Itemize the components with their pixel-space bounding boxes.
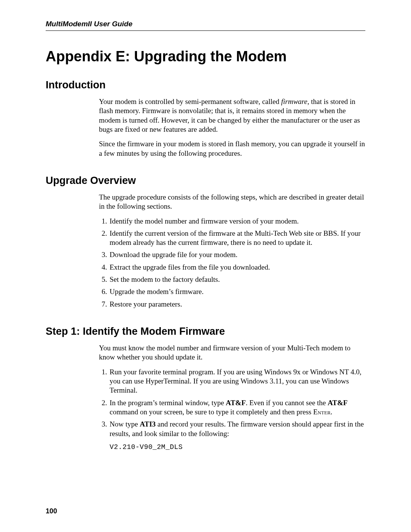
section-heading-introduction: Introduction <box>46 79 365 91</box>
list-item: Identify the model number and firmware v… <box>109 217 365 226</box>
overview-steps-list: Identify the model number and firmware v… <box>99 217 365 309</box>
text-run: Your modem is controlled by semi-permane… <box>99 97 281 105</box>
intro-paragraph-2: Since the firmware in your modem is stor… <box>99 139 365 158</box>
list-item: Set the modem to the factory defaults. <box>109 275 365 284</box>
step1-paragraph-1: You must know the model number and firmw… <box>99 343 365 362</box>
list-item: In the program’s terminal window, type A… <box>109 398 365 417</box>
text-run: command on your screen, be sure to type … <box>110 408 313 416</box>
list-item: Upgrade the modem’s firmware. <box>109 287 365 296</box>
list-item: Identify the current version of the firm… <box>109 229 365 248</box>
command-text: AT&F <box>226 399 245 407</box>
text-run: . <box>331 408 333 416</box>
list-item: Download the upgrade file for your modem… <box>109 250 365 259</box>
list-item: Extract the upgrade files from the file … <box>109 263 365 272</box>
italic-term-firmware: firmware <box>281 97 307 105</box>
command-text: ATI3 <box>140 420 156 428</box>
list-item: Now type ATI3 and record your results. T… <box>109 420 365 452</box>
page-title: Appendix E: Upgrading the Modem <box>46 48 365 65</box>
list-item: Restore your parameters. <box>109 300 365 309</box>
intro-paragraph-1: Your modem is controlled by semi-permane… <box>99 97 365 134</box>
text-run: In the program’s terminal window, type <box>110 399 226 407</box>
section-heading-overview: Upgrade Overview <box>46 175 365 187</box>
step1-steps-list: Run your favorite terminal program. If y… <box>99 367 365 452</box>
running-header: MultiModemII User Guide <box>46 20 365 31</box>
section-body-step1: You must know the model number and firmw… <box>99 343 365 452</box>
page-number: 100 <box>46 507 57 515</box>
text-run: . Even if you cannot see the <box>246 399 328 407</box>
section-heading-step1: Step 1: Identify the Modem Firmware <box>46 326 365 337</box>
document-page: MultiModemII User Guide Appendix E: Upgr… <box>0 0 411 532</box>
overview-paragraph-1: The upgrade procedure consists of the fo… <box>99 193 365 211</box>
list-item: Run your favorite terminal program. If y… <box>109 367 365 395</box>
key-name-enter: Enter <box>313 408 331 416</box>
code-example: V2.210-V90_2M_DLS <box>110 443 183 451</box>
section-body-introduction: Your modem is controlled by semi-permane… <box>99 97 365 158</box>
section-body-overview: The upgrade procedure consists of the fo… <box>99 193 365 309</box>
text-run: Now type <box>110 420 140 428</box>
command-text: AT&F <box>328 399 347 407</box>
